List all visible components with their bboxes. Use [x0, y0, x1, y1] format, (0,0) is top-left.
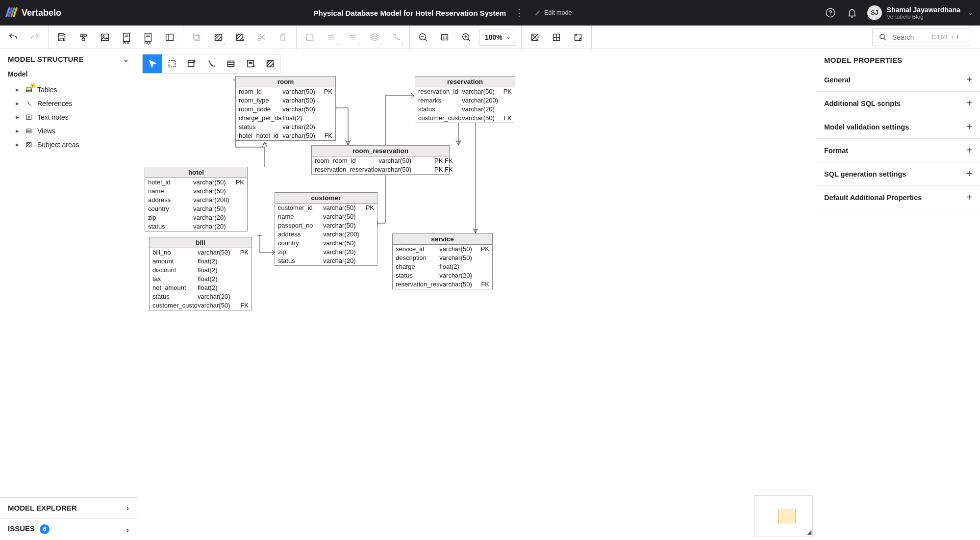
entity-header: hotel — [145, 167, 247, 178]
tree-item-references[interactable]: ▶ References — [14, 97, 137, 110]
entity-column: bill_novarchar(50)PK — [150, 248, 251, 257]
entity-customer[interactable]: customercustomer_idvarchar(50)PKnamevarc… — [275, 192, 377, 266]
table-icon: ! — [25, 85, 33, 94]
grid2-icon — [551, 32, 562, 43]
entity-column: room_idvarchar(50)PK — [236, 87, 335, 96]
resize-button[interactable] — [302, 29, 318, 46]
paste-button[interactable]: ⌄ — [210, 29, 226, 46]
align-v-button[interactable]: ⌄ — [345, 29, 361, 46]
ref-icon — [206, 58, 217, 69]
area2-icon — [265, 58, 276, 69]
help-button[interactable] — [824, 6, 837, 19]
entity-reservation[interactable]: reservationreservation_idvarchar(50)PKre… — [415, 76, 515, 123]
delete-button[interactable] — [275, 29, 291, 46]
section-format[interactable]: Format+ — [816, 139, 980, 162]
svg-rect-23 — [575, 34, 581, 40]
entity-service[interactable]: serviceservice_idvarchar(50)PKdescriptio… — [392, 233, 493, 289]
route-button[interactable]: ⌄ — [388, 29, 404, 46]
issues-header[interactable]: ISSUES 6 › — [0, 518, 137, 540]
section-default-props[interactable]: Default Additional Properties+ — [816, 186, 980, 209]
section-sql-scripts[interactable]: Additional SQL scripts+ — [816, 92, 980, 115]
entity-column: chargefloat(2) — [393, 262, 492, 271]
entity-column: namevarchar(50) — [275, 212, 377, 221]
notifications-button[interactable] — [846, 6, 858, 19]
save-button[interactable] — [53, 29, 70, 46]
align-h-icon — [326, 32, 337, 43]
crop-button[interactable] — [570, 29, 586, 46]
tree-item-tables[interactable]: ▶ ! Tables — [14, 83, 137, 97]
edit-mode-button[interactable]: Edit mode — [534, 9, 572, 16]
plus-icon: + — [966, 145, 972, 156]
zoom-select[interactable]: 100% ⌄ — [479, 29, 516, 46]
export-image-button[interactable] — [97, 29, 113, 46]
entity-room[interactable]: roomroom_idvarchar(50)PKroom_typevarchar… — [235, 76, 336, 141]
entity-column: remarksvarchar(200) — [415, 96, 515, 105]
entity-column: discountfloat(2) — [150, 266, 251, 275]
entity-room-reservation[interactable]: room_reservationroom_room_idvarchar(50)P… — [311, 145, 450, 175]
svg-point-14 — [258, 38, 260, 41]
paste-special-button[interactable]: ⌄ — [231, 29, 248, 46]
export-pdf-button[interactable]: PDF — [118, 29, 135, 46]
new-reference-tool[interactable] — [201, 54, 221, 73]
new-table-tool[interactable] — [182, 54, 201, 73]
marquee-tool[interactable] — [162, 54, 182, 73]
minimap[interactable]: ◢ — [754, 495, 813, 537]
section-validation[interactable]: Model validation settings+ — [816, 115, 980, 139]
section-sqlgen[interactable]: SQL generation settings+ — [816, 162, 980, 186]
search-box[interactable]: CTRL + F — [872, 28, 970, 46]
trash-icon — [277, 32, 288, 43]
section-label: Default Additional Properties — [824, 194, 922, 202]
grid2-button[interactable] — [548, 29, 565, 46]
entity-column: room_typevarchar(50) — [236, 96, 335, 105]
tree-item-subjectareas[interactable]: ▶ Subject areas — [14, 138, 137, 152]
sidebar-icon — [164, 32, 175, 43]
search-input[interactable] — [892, 33, 927, 41]
export-sql-button[interactable]: SQL — [140, 29, 156, 46]
document-menu-button[interactable]: ⋮ — [512, 5, 527, 20]
entity-header: service — [393, 234, 492, 245]
panel-button[interactable] — [161, 29, 178, 46]
new-view-tool[interactable] — [221, 54, 241, 73]
tree-item-textnotes[interactable]: ▶ Text notes — [14, 110, 137, 124]
plus-icon: + — [966, 121, 972, 132]
plus-icon: + — [966, 98, 972, 109]
user-menu[interactable]: SJ Shamal Jayawardhana Vertabelo Blog ⌄ — [867, 5, 973, 20]
model-structure-header[interactable]: MODEL STRUCTURE ⌄ — [0, 49, 137, 67]
cut-button[interactable] — [253, 29, 270, 46]
zoom-out-button[interactable] — [415, 29, 431, 46]
undo-button[interactable] — [5, 29, 22, 46]
chevron-down-icon: ⌄ — [123, 55, 129, 63]
svg-point-24 — [880, 34, 884, 39]
entity-header: reservation — [415, 77, 515, 87]
zoom-fit-button[interactable]: 1:1 — [436, 29, 453, 46]
entity-hotel[interactable]: hotelhotel_idvarchar(50)PKnamevarchar(50… — [145, 167, 248, 231]
plus-icon: + — [966, 168, 972, 180]
cursor-icon — [147, 58, 158, 69]
svg-rect-8 — [145, 33, 151, 41]
canvas[interactable]: roomroom_idvarchar(50)PKroom_typevarchar… — [137, 49, 816, 540]
align-h-button[interactable]: ⌄ — [323, 29, 340, 46]
model-explorer-header[interactable]: MODEL EXPLORER › — [0, 497, 137, 518]
logo-icon — [7, 7, 18, 18]
layers-button[interactable]: ⌄ — [366, 29, 383, 46]
svg-point-15 — [258, 34, 260, 36]
chevron-right-icon: › — [126, 504, 129, 512]
tree-item-views[interactable]: ▶ Views — [14, 124, 137, 138]
zoom-in-button[interactable] — [458, 29, 475, 46]
copy-button[interactable] — [188, 29, 205, 46]
help-icon — [825, 7, 836, 18]
share-button[interactable] — [75, 29, 92, 46]
redo-button[interactable] — [26, 29, 43, 46]
section-general[interactable]: General+ — [816, 68, 980, 92]
new-area-tool[interactable] — [260, 54, 280, 73]
grid-button[interactable] — [527, 29, 543, 46]
svg-point-4 — [82, 38, 85, 41]
new-note-tool[interactable] — [241, 54, 260, 73]
select-tool[interactable] — [143, 54, 162, 73]
chevron-down-icon: ⌄ — [968, 9, 973, 16]
main: MODEL STRUCTURE ⌄ Model ▶ ! Tables ▶ Ref… — [0, 49, 980, 540]
redo-icon — [29, 32, 40, 43]
caret-right-icon: ▶ — [16, 142, 21, 147]
brand-logo[interactable]: Vertabelo — [7, 7, 61, 18]
entity-bill[interactable]: billbill_novarchar(50)PKamountfloat(2)di… — [149, 237, 252, 310]
